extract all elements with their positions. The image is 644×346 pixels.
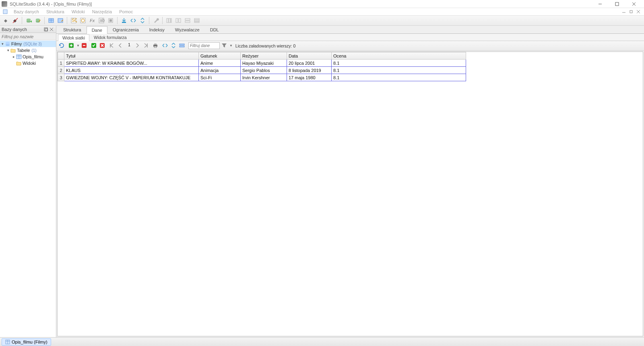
sql-history-button[interactable]	[79, 16, 87, 25]
panel-undock-button[interactable]	[43, 27, 49, 32]
table-cell[interactable]: 20 lipca 2001	[287, 60, 332, 67]
table-cell[interactable]: 8.1	[332, 74, 466, 81]
mdi-close-button[interactable]	[635, 9, 642, 14]
menu-struktura[interactable]: Struktura	[45, 9, 66, 14]
tab-ddl[interactable]: DDL	[205, 26, 224, 33]
add-db-button[interactable]: +	[25, 16, 33, 25]
tree-tables-group[interactable]: ▾ Tabele (1)	[0, 47, 56, 54]
mdi-minimize-button[interactable]	[621, 9, 627, 14]
delete-row-button[interactable]	[81, 42, 88, 49]
settings-button[interactable]	[152, 16, 160, 25]
col-header-tytul[interactable]: Tytuł	[64, 52, 199, 60]
menu-bazy-danych[interactable]: Bazy danych	[12, 9, 41, 14]
window-minimize-button[interactable]	[592, 0, 609, 8]
table-row[interactable]: 1SPIRITED AWAY: W KRAINIE BOGÓW...AnimeH…	[58, 60, 466, 67]
table-row[interactable]: 2KLAUSAnimacjaSergio Pablos8 listopada 2…	[58, 67, 466, 74]
tab-wyzwalacze[interactable]: Wyzwalacze	[170, 26, 205, 33]
col-header-gatunek[interactable]: Gatunek	[199, 52, 241, 60]
page-number[interactable]: 1	[126, 43, 133, 49]
data-grid[interactable]: Tytuł Gatunek Reżyser Data Ocena 1SPIRIT…	[57, 51, 643, 336]
table-cell[interactable]: Sci-Fi	[199, 74, 241, 81]
edit-table-button[interactable]	[56, 16, 64, 25]
expand-arrow-icon[interactable]: ▸	[11, 55, 16, 59]
sql-editor-button[interactable]: SQL	[70, 16, 78, 25]
table-cell[interactable]: GWIEZDNE WOJNY: CZĘŚĆ V - IMPERIUM KONTR…	[64, 74, 199, 81]
wrench-icon	[153, 17, 159, 24]
panel-close-button[interactable]	[49, 27, 54, 32]
databases-tree[interactable]: ▾ Filmy (SQLite 3) ▾ Tabele (1) ▸ Opis_f…	[0, 40, 56, 337]
subtab-grid-view[interactable]: Widok siatki	[58, 34, 89, 41]
table-cell[interactable]: KLAUS	[64, 67, 199, 74]
window-maximize-button[interactable]	[609, 0, 625, 8]
extension-button[interactable]	[107, 16, 115, 25]
refresh-icon	[58, 42, 65, 49]
expand-button[interactable]	[129, 16, 137, 25]
tab-struktura[interactable]: Struktura	[58, 26, 87, 33]
layout3-button[interactable]	[184, 16, 192, 25]
row-number[interactable]: 3	[58, 74, 64, 81]
rollback-button[interactable]	[99, 42, 106, 49]
row-actions-button[interactable]	[179, 42, 186, 49]
tab-indeksy[interactable]: Indeksy	[144, 26, 170, 33]
tree-table-node[interactable]: ▸ Opis_filmu	[0, 54, 56, 60]
table-cell[interactable]: 17 maja 1980	[287, 74, 332, 81]
commit-button[interactable]	[91, 42, 98, 49]
table-cell[interactable]: Hayao Miyazaki	[241, 60, 287, 67]
table-cell[interactable]: Anime	[199, 60, 241, 67]
first-page-button[interactable]	[109, 42, 116, 49]
col-header-ocena[interactable]: Ocena	[332, 52, 466, 60]
menu-widoki[interactable]: Widoki	[70, 9, 87, 14]
adjust-rows-button[interactable]	[170, 42, 178, 49]
add-table-button[interactable]	[47, 16, 55, 25]
layout4-button[interactable]	[193, 16, 201, 25]
col-header-rezyser[interactable]: Reżyser	[241, 52, 287, 60]
table-cell[interactable]: Irvin Kershner	[241, 74, 287, 81]
table-row[interactable]: 3GWIEZDNE WOJNY: CZĘŚĆ V - IMPERIUM KONT…	[58, 74, 466, 81]
menu-pomoc[interactable]: Pomoc	[118, 9, 134, 14]
prev-page-button[interactable]	[117, 42, 124, 49]
row-number[interactable]: 1	[58, 60, 64, 67]
connect-db-button[interactable]	[2, 16, 10, 25]
svg-rect-29	[109, 19, 112, 22]
table-cell[interactable]: 8 listopada 2019	[287, 67, 332, 74]
add-row-dropdown[interactable]: ▼	[76, 44, 80, 47]
table-cell[interactable]: 8.1	[332, 60, 466, 67]
table-cell[interactable]: Animacja	[199, 67, 241, 74]
adjust-columns-button[interactable]	[162, 42, 169, 49]
next-page-button[interactable]	[134, 42, 141, 49]
sql-function-button[interactable]: Fx	[88, 16, 96, 25]
subtab-form-view[interactable]: Widok formularza	[89, 34, 131, 41]
menu-narzedzia[interactable]: Narzędzia	[91, 9, 114, 14]
databases-filter-input[interactable]	[0, 33, 56, 40]
filter-button[interactable]	[221, 42, 228, 49]
add-row-button[interactable]	[68, 42, 75, 49]
document-tab[interactable]: Opis_filmu (Filmy)	[2, 338, 51, 346]
refresh-button[interactable]	[58, 42, 66, 49]
tree-views-group[interactable]: Widoki	[0, 60, 56, 66]
layout2-button[interactable]	[174, 16, 182, 25]
col-header-data[interactable]: Data	[287, 52, 332, 60]
expand-arrow-icon[interactable]: ▾	[6, 48, 10, 52]
tree-db-node[interactable]: ▾ Filmy (SQLite 3)	[0, 41, 56, 47]
filter-dropdown[interactable]: ▼	[229, 44, 233, 47]
grid-filter-input[interactable]	[188, 42, 220, 49]
tab-ograniczenia[interactable]: Ograniczenia	[107, 26, 144, 33]
mdi-restore-button[interactable]	[628, 9, 634, 14]
print-button[interactable]	[152, 42, 159, 49]
row-header-corner[interactable]	[58, 52, 64, 60]
collapse-button[interactable]	[138, 16, 147, 25]
row-number[interactable]: 2	[58, 67, 64, 74]
table-cell[interactable]: Sergio Pablos	[241, 67, 287, 74]
tab-dane[interactable]: Dane	[87, 26, 107, 34]
table-cell[interactable]: 8.1	[332, 67, 466, 74]
grid-toolbar: ▼ 1 ▼ Liczba załadowanych wierszy: 0	[56, 41, 644, 51]
import-button[interactable]	[120, 16, 128, 25]
disconnect-db-button[interactable]	[11, 16, 19, 25]
layout1-button[interactable]	[165, 16, 173, 25]
last-page-button[interactable]	[142, 42, 150, 49]
window-close-button[interactable]	[625, 0, 642, 8]
table-cell[interactable]: SPIRITED AWAY: W KRAINIE BOGÓW...	[64, 60, 199, 67]
expand-arrow-icon[interactable]: ▾	[0, 42, 5, 46]
collation-button[interactable]: ab	[97, 16, 105, 25]
edit-db-button[interactable]	[34, 16, 42, 25]
